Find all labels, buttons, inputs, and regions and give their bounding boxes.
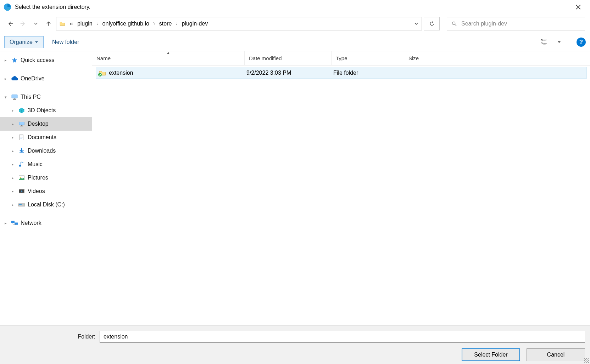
file-date: 9/2/2022 3:03 PM [246,70,291,76]
chevron-right-icon [174,22,179,25]
chevron-right-icon[interactable]: ▸ [10,149,16,153]
tree-label: Desktop [28,121,49,127]
nav-up-button[interactable] [43,18,54,29]
svg-point-1 [452,22,455,25]
close-button[interactable] [570,1,586,13]
nav-recent-dropdown[interactable] [30,18,41,29]
tree-label: Local Disk (C:) [28,201,65,208]
dialog-title: Select the extension directory. [15,4,570,10]
chevron-right-icon[interactable]: ▸ [10,162,16,167]
view-dropdown[interactable] [556,36,562,48]
resize-grip[interactable] [584,358,589,363]
breadcrumb-item[interactable]: store [158,20,173,28]
svg-rect-11 [20,126,23,126]
column-date-header[interactable]: Date modified [245,51,332,65]
nav-tree: ▸ Quick access ▸ OneDrive ▾ This PC ▸3D … [0,51,92,317]
select-folder-button[interactable]: Select Folder [462,348,520,361]
column-label: Size [408,55,419,61]
search-icon [451,21,457,27]
svg-rect-19 [19,193,24,193]
toolbar: Organize New folder ? [0,33,590,51]
nav-forward-button[interactable] [18,18,28,29]
chevron-right-icon[interactable]: ▸ [10,108,16,113]
tree-label: This PC [21,94,41,100]
svg-rect-13 [20,153,24,153]
tree-item-icon [18,147,26,155]
chevron-right-icon[interactable]: ▸ [3,76,9,81]
column-headers: ▲ Name Date modified Type Size [92,51,590,66]
chevron-right-icon[interactable]: ▸ [10,189,16,194]
chevron-right-icon[interactable]: ▸ [10,122,16,126]
cancel-button[interactable]: Cancel [527,348,585,361]
nav-back-button[interactable] [5,18,16,29]
column-type-header[interactable]: Type [332,51,404,65]
tree-item-pictures[interactable]: ▸Pictures [0,171,92,184]
tree-item-local-disk-c-[interactable]: ▸Local Disk (C:) [0,198,92,211]
column-size-header[interactable]: Size [404,51,450,65]
chevron-right-icon[interactable]: ▸ [3,221,9,226]
breadcrumb-item[interactable]: plugin-dev [180,20,209,28]
tree-item-music[interactable]: ▸Music [0,158,92,171]
new-folder-button[interactable]: New folder [49,37,82,47]
tree-item-3d-objects[interactable]: ▸3D Objects [0,104,92,117]
network-icon [11,219,18,227]
organize-button[interactable]: Organize [4,36,44,48]
folder-icon [99,70,106,76]
svg-point-14 [19,165,21,167]
tree-onedrive[interactable]: ▸ OneDrive [0,72,92,85]
file-name: extension [109,70,133,76]
tree-label: Network [21,220,41,226]
chevron-down-icon[interactable]: ▾ [3,95,9,99]
tree-item-icon [18,107,26,114]
chevron-right-icon[interactable]: ▸ [10,135,16,140]
search-box[interactable] [447,17,585,30]
refresh-button[interactable] [424,17,440,30]
chevron-right-icon[interactable]: ▸ [10,203,16,207]
svg-rect-2 [541,40,542,41]
tree-item-documents[interactable]: ▸Documents [0,131,92,144]
tree-item-icon [18,187,26,195]
tree-label: OneDrive [21,75,45,82]
column-name-header[interactable]: ▲ Name [92,51,245,65]
tree-label: Videos [28,188,45,194]
svg-rect-10 [21,125,23,126]
svg-point-22 [24,205,24,205]
tree-item-downloads[interactable]: ▸Downloads [0,144,92,158]
file-row[interactable]: extension9/2/2022 3:03 PMFile folder [96,67,586,79]
address-dropdown[interactable] [411,22,422,26]
tree-item-icon [18,133,26,141]
breadcrumb-item[interactable]: plugin [76,20,94,28]
navbar: « plugin onlyoffice.github.io store plug… [0,14,590,33]
titlebar: Select the extension directory. [0,0,590,14]
tree-label: Music [28,161,43,167]
column-label: Date modified [249,55,282,61]
tree-item-desktop[interactable]: ▸Desktop [0,117,92,131]
folder-name-input[interactable] [100,331,585,343]
tree-item-icon [18,201,26,209]
tree-label: 3D Objects [28,107,56,114]
breadcrumb: « plugin onlyoffice.github.io store plug… [68,20,411,28]
tree-quick-access[interactable]: ▸ Quick access [0,53,92,67]
view-options-button[interactable] [538,36,550,48]
tree-this-pc[interactable]: ▾ This PC [0,90,92,104]
cloud-icon [11,75,18,83]
address-bar[interactable]: « plugin onlyoffice.github.io store plug… [56,17,422,30]
tree-item-videos[interactable]: ▸Videos [0,184,92,198]
svg-rect-24 [15,222,18,224]
chevron-right-icon [152,22,156,25]
svg-rect-6 [14,98,16,99]
dialog-footer: Folder: Select Folder Cancel [0,325,590,364]
breadcrumb-item[interactable]: onlyoffice.github.io [101,20,151,28]
tree-network[interactable]: ▸ Network [0,216,92,230]
tree-item-icon [18,120,26,128]
chevron-right-icon[interactable]: ▸ [10,176,16,180]
svg-rect-21 [19,204,22,205]
svg-point-16 [20,177,21,178]
sort-asc-icon: ▲ [92,51,244,55]
search-input[interactable] [461,21,580,27]
svg-rect-7 [13,99,16,100]
help-button[interactable]: ? [577,38,586,47]
tree-label: Downloads [28,148,56,154]
chevron-right-icon[interactable]: ▸ [3,58,9,63]
file-list: ▲ Name Date modified Type Size extension… [92,51,590,317]
